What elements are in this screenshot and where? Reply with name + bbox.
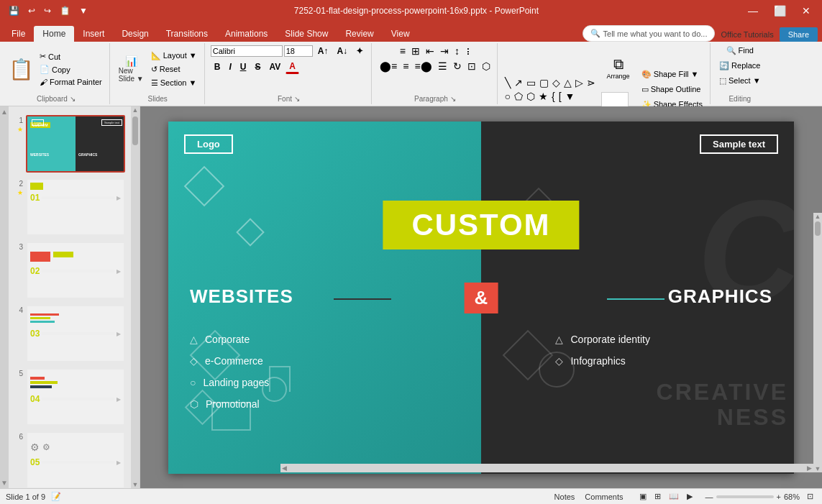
vertical-align-button[interactable]: ⊡ xyxy=(465,60,478,73)
main-scroll-thumb[interactable] xyxy=(815,221,821,236)
font-size-input[interactable] xyxy=(284,45,313,57)
tab-insert[interactable]: Insert xyxy=(74,26,113,42)
qa-extra-button[interactable]: 📋 xyxy=(57,4,73,17)
normal-view-button[interactable]: ▣ xyxy=(636,490,649,503)
shape-callout[interactable]: ▷ xyxy=(574,76,585,89)
slide-thumb-2[interactable]: 01 ▶ xyxy=(26,178,125,236)
comments-button[interactable]: Comments xyxy=(582,491,626,503)
shape-star[interactable]: ★ xyxy=(537,90,549,103)
shape-brace[interactable]: { xyxy=(550,90,557,103)
slide-thumb-5[interactable]: 04 ▶ xyxy=(26,368,125,426)
char-spacing-button[interactable]: AV xyxy=(265,60,284,73)
shape-hexagon[interactable]: ⬡ xyxy=(525,90,536,103)
shape-rounded-rect[interactable]: ▢ xyxy=(538,76,550,89)
tab-animations[interactable]: Animations xyxy=(216,26,276,42)
shape-chevron[interactable]: ⋗ xyxy=(585,76,597,89)
cut-button[interactable]: ✂ Cut xyxy=(37,50,105,63)
logo-button[interactable]: Logo xyxy=(184,134,233,154)
shape-line[interactable]: ╲ xyxy=(503,76,512,89)
slide-thumb-1[interactable]: CUSTOM WEBSITES GRAPHICS Logo Sample tex… xyxy=(26,115,125,173)
shape-diamond[interactable]: ◇ xyxy=(551,76,562,89)
align-left-button[interactable]: ⬤≡ xyxy=(378,60,399,73)
slide-thumb-4[interactable]: 03 ▶ xyxy=(26,305,125,362)
text-direction-button[interactable]: ↻ xyxy=(451,60,464,73)
tab-transitions[interactable]: Transitions xyxy=(157,26,216,42)
slide-sorter-button[interactable]: ⊞ xyxy=(652,490,664,503)
replace-button[interactable]: 🔄 Replace xyxy=(716,60,763,72)
shape-pentagon[interactable]: ⬠ xyxy=(513,90,524,103)
new-slide-button[interactable]: 📊 NewSlide ▼ xyxy=(116,54,147,84)
strikethrough-button[interactable]: S xyxy=(251,60,264,73)
panel-scrollbar[interactable]: ▲ ▼ xyxy=(131,106,140,488)
shape-bracket[interactable]: [ xyxy=(557,90,563,103)
slide-thumb-6[interactable]: ⚙ ⚙ 05 ▶ xyxy=(26,431,125,488)
align-center-button[interactable]: ≡ xyxy=(401,60,411,73)
shape-more[interactable]: ▼ xyxy=(564,90,577,103)
reset-button[interactable]: ↺ Reset xyxy=(148,63,200,75)
tab-view[interactable]: View xyxy=(383,26,419,42)
zoom-slider[interactable] xyxy=(716,495,774,498)
layout-button[interactable]: 📐 Layout ▼ xyxy=(148,50,200,62)
shape-arrow[interactable]: ↗ xyxy=(513,76,524,89)
tab-design[interactable]: Design xyxy=(113,26,157,42)
shape-rect[interactable]: ▭ xyxy=(525,76,537,89)
slideshow-button[interactable]: ▶ xyxy=(684,490,695,503)
sample-text-button[interactable]: Sample text xyxy=(700,134,778,154)
tab-file[interactable]: File xyxy=(3,26,34,42)
share-button[interactable]: Share xyxy=(780,27,818,42)
italic-button[interactable]: I xyxy=(225,60,234,73)
undo-button[interactable]: ↩ xyxy=(25,4,38,17)
shape-circle[interactable]: ○ xyxy=(503,90,512,103)
shape-triangle[interactable]: △ xyxy=(562,76,573,89)
slide-thumb-3[interactable]: 02 ▶ xyxy=(26,242,125,299)
select-button[interactable]: ⬚ Select ▼ xyxy=(716,75,764,87)
bold-button[interactable]: B xyxy=(211,60,224,73)
copy-button[interactable]: 📄 Copy xyxy=(37,63,105,75)
section-button[interactable]: ☰ Section ▼ xyxy=(148,77,200,89)
slide-item-5[interactable]: 5 04 ▶ xyxy=(12,367,137,427)
font-grow-button[interactable]: A↑ xyxy=(314,45,332,58)
save-button[interactable]: 💾 xyxy=(6,4,22,17)
redo-button[interactable]: ↪ xyxy=(41,4,54,17)
qa-dropdown-button[interactable]: ▼ xyxy=(76,4,91,17)
underline-button[interactable]: U xyxy=(237,60,250,73)
line-spacing-button[interactable]: ↕ xyxy=(452,45,462,58)
tell-me-input[interactable]: 🔍 Tell me what you want to do... xyxy=(583,25,716,42)
tab-home[interactable]: Home xyxy=(34,26,74,42)
minimize-button[interactable]: — xyxy=(742,4,764,18)
slide-item-4[interactable]: 4 03 ▶ xyxy=(12,303,137,364)
slide-item-2[interactable]: 2 ★ 01 ▶ xyxy=(12,177,137,237)
zoom-in-button[interactable]: + xyxy=(777,492,781,501)
font-shrink-button[interactable]: A↓ xyxy=(333,45,351,58)
format-painter-button[interactable]: 🖌 Format Painter xyxy=(37,76,105,88)
slide-canvas[interactable]: C CREATIVENESS Logo Sample text CUSTOM W… xyxy=(168,122,794,474)
smart-art-button[interactable]: ⬡ xyxy=(480,60,493,73)
reading-view-button[interactable]: 📖 xyxy=(666,490,682,503)
tab-review[interactable]: Review xyxy=(337,26,382,42)
clear-format-button[interactable]: ✦ xyxy=(352,45,367,58)
numbering-button[interactable]: ⊞ xyxy=(409,45,422,58)
align-right-button[interactable]: ≡⬤ xyxy=(412,60,434,73)
indent-less-button[interactable]: ⇤ xyxy=(424,45,437,58)
columns-button[interactable]: ⫶ xyxy=(463,45,472,58)
shape-fill-button[interactable]: 🎨 Shape Fill ▼ xyxy=(639,68,705,81)
close-button[interactable]: ✕ xyxy=(796,4,816,18)
slide-item-6[interactable]: 6 ⚙ ⚙ 05 ▶ xyxy=(12,430,137,488)
justify-button[interactable]: ☰ xyxy=(436,60,449,73)
tab-slideshow[interactable]: Slide Show xyxy=(276,26,337,42)
find-button[interactable]: 🔍 Find xyxy=(723,45,757,57)
shape-outline-button[interactable]: ▭ Shape Outline xyxy=(639,83,705,96)
main-scrollbar-v[interactable]: ▲ ▼ xyxy=(813,213,822,472)
slide-item-1[interactable]: 1 ★ CUSTOM WEBSITES GRAPHICS Logo Sample… xyxy=(12,114,137,174)
left-scrollbar[interactable]: ▲ ▼ xyxy=(0,106,9,488)
notes-button[interactable]: Notes xyxy=(552,491,578,503)
panel-scroll-thumb[interactable] xyxy=(132,116,138,145)
main-scrollbar-h[interactable]: ◀ ▶ xyxy=(280,464,813,472)
font-color-button[interactable]: A xyxy=(286,60,299,74)
indent-more-button[interactable]: ⇥ xyxy=(438,45,451,58)
paste-button[interactable]: 📋 xyxy=(7,56,35,83)
slide-item-3[interactable]: 3 02 ▶ xyxy=(12,240,137,301)
office-tutorials-button[interactable]: Office Tutorials xyxy=(715,27,779,42)
font-family-input[interactable] xyxy=(211,45,283,57)
fit-button[interactable]: ⊡ xyxy=(804,490,816,503)
